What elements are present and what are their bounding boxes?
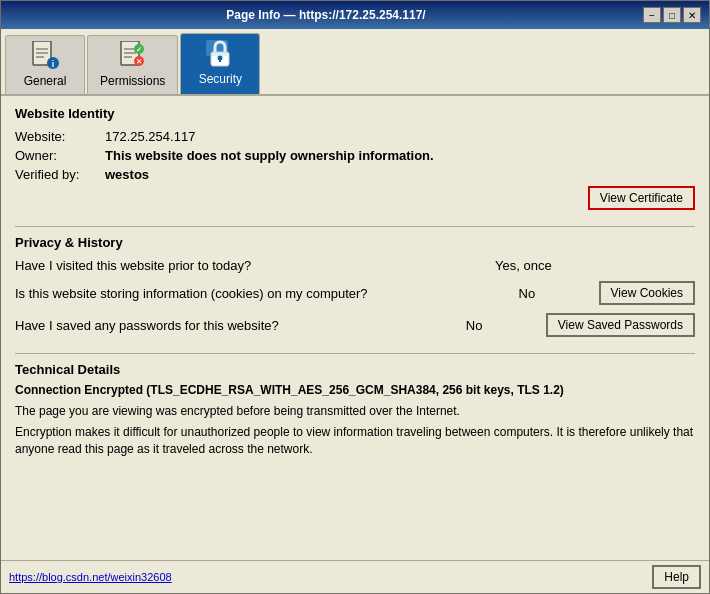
tabs-bar: i General ✓ ✕ Pe bbox=[1, 29, 709, 96]
cookies-question: Is this website storing information (coo… bbox=[15, 286, 519, 301]
view-certificate-button[interactable]: View Certificate bbox=[588, 186, 695, 210]
title-bar: Page Info — https://172.25.254.117/ − □ … bbox=[1, 1, 709, 29]
window-controls: − □ ✕ bbox=[643, 7, 701, 23]
svg-text:✕: ✕ bbox=[136, 58, 142, 65]
view-cookies-button[interactable]: View Cookies bbox=[599, 281, 695, 305]
passwords-row: Have I saved any passwords for this webs… bbox=[15, 313, 695, 337]
footer: https://blog.csdn.net/weixin32608 Help bbox=[1, 560, 709, 593]
technical-connection: Connection Encrypted (TLS_ECDHE_RSA_WITH… bbox=[15, 383, 695, 397]
technical-details-section: Technical Details Connection Encrypted (… bbox=[15, 362, 695, 457]
close-button[interactable]: ✕ bbox=[683, 7, 701, 23]
tab-general[interactable]: i General bbox=[5, 35, 85, 94]
view-saved-passwords-button[interactable]: View Saved Passwords bbox=[546, 313, 695, 337]
window-title: Page Info — https://172.25.254.117/ bbox=[9, 8, 643, 22]
owner-label: Owner: bbox=[15, 148, 105, 163]
divider-2 bbox=[15, 353, 695, 354]
privacy-history-header: Privacy & History bbox=[15, 235, 695, 250]
cookies-action: View Cookies bbox=[599, 281, 695, 305]
cookies-row: Is this website storing information (coo… bbox=[15, 281, 695, 305]
website-value: 172.25.254.117 bbox=[105, 129, 695, 144]
website-identity-header: Website Identity bbox=[15, 106, 695, 121]
cert-button-row: View Certificate bbox=[15, 186, 695, 210]
minimize-button[interactable]: − bbox=[643, 7, 661, 23]
technical-details-header: Technical Details bbox=[15, 362, 695, 377]
technical-desc-2: Encryption makes it difficult for unauth… bbox=[15, 424, 695, 458]
tab-general-label: General bbox=[24, 74, 67, 88]
cookies-answer: No bbox=[519, 286, 599, 301]
passwords-question: Have I saved any passwords for this webs… bbox=[15, 318, 466, 333]
visited-row: Have I visited this website prior to tod… bbox=[15, 258, 695, 273]
permissions-tab-icon: ✓ ✕ bbox=[117, 40, 149, 72]
tab-security[interactable]: Security bbox=[180, 33, 260, 94]
verified-label: Verified by: bbox=[15, 167, 105, 182]
visited-answer: Yes, once bbox=[495, 258, 575, 273]
svg-rect-16 bbox=[219, 58, 221, 62]
privacy-history-section: Privacy & History Have I visited this we… bbox=[15, 235, 695, 337]
maximize-button[interactable]: □ bbox=[663, 7, 681, 23]
tab-security-label: Security bbox=[199, 72, 242, 86]
main-content: Website Identity Website: 172.25.254.117… bbox=[1, 96, 709, 560]
visited-question: Have I visited this website prior to tod… bbox=[15, 258, 495, 273]
passwords-answer: No bbox=[466, 318, 546, 333]
passwords-action: View Saved Passwords bbox=[546, 313, 695, 337]
divider-1 bbox=[15, 226, 695, 227]
svg-text:i: i bbox=[52, 59, 55, 69]
website-row: Website: 172.25.254.117 bbox=[15, 129, 695, 144]
website-label: Website: bbox=[15, 129, 105, 144]
owner-row: Owner: This website does not supply owne… bbox=[15, 148, 695, 163]
owner-value: This website does not supply ownership i… bbox=[105, 148, 695, 163]
tab-permissions[interactable]: ✓ ✕ Permissions bbox=[87, 35, 178, 94]
verified-row: Verified by: westos bbox=[15, 167, 695, 182]
general-tab-icon: i bbox=[29, 40, 61, 72]
status-url: https://blog.csdn.net/weixin32608 bbox=[9, 571, 172, 583]
technical-desc-1: The page you are viewing was encrypted b… bbox=[15, 403, 695, 420]
help-button[interactable]: Help bbox=[652, 565, 701, 589]
svg-rect-17 bbox=[206, 40, 228, 56]
website-identity-section: Website Identity Website: 172.25.254.117… bbox=[15, 106, 695, 182]
security-tab-icon bbox=[204, 38, 236, 70]
verified-value: westos bbox=[105, 167, 695, 182]
svg-text:✓: ✓ bbox=[136, 46, 142, 53]
tab-permissions-label: Permissions bbox=[100, 74, 165, 88]
page-info-window: Page Info — https://172.25.254.117/ − □ … bbox=[0, 0, 710, 594]
